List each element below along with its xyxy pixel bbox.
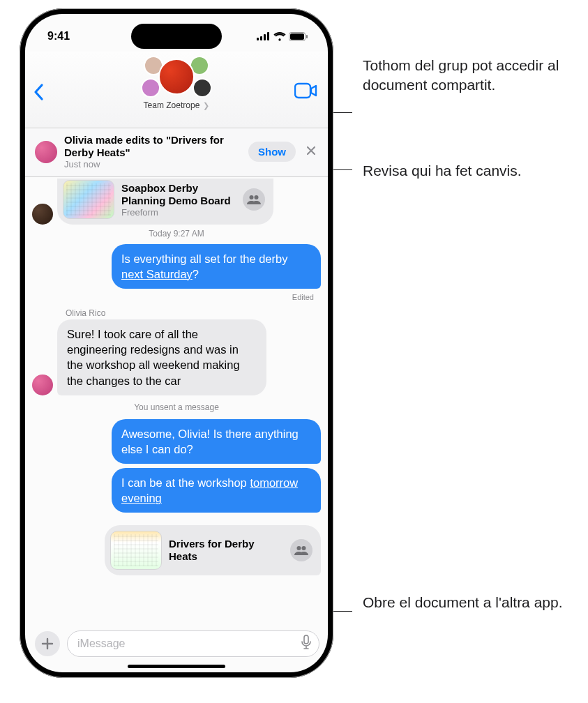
svg-point-10 <box>297 546 301 550</box>
show-changes-button[interactable]: Show <box>248 142 296 162</box>
svg-rect-12 <box>304 635 308 644</box>
chat-title-button[interactable]: Team Zoetrope ❯ <box>25 100 328 110</box>
received-message-bubble[interactable]: Sure! I took care of all the engineering… <box>57 319 266 395</box>
conversation-header: Team Zoetrope ❯ <box>25 52 328 128</box>
dynamic-island <box>131 24 222 49</box>
callout-open-document: Obre el document a l'altra app. <box>363 593 579 612</box>
svg-rect-5 <box>290 33 304 40</box>
sent-message-bubble[interactable]: Awesome, Olivia! Is there anything else … <box>112 419 321 464</box>
wifi-icon <box>273 32 286 41</box>
message-input[interactable]: iMessage <box>67 630 319 657</box>
callout-group-access: Tothom del grup pot accedir al document … <box>363 56 579 96</box>
sender-name-label: Olivia Rico <box>66 308 321 318</box>
edited-indicator: Edited <box>32 293 314 301</box>
editor-avatar <box>35 141 57 163</box>
freeform-thumbnail <box>63 180 114 219</box>
battery-icon <box>289 32 308 41</box>
dictation-button[interactable] <box>301 635 312 653</box>
member-avatar <box>141 78 160 98</box>
svg-rect-6 <box>306 35 308 38</box>
svg-point-8 <box>250 195 254 199</box>
group-avatar-cluster[interactable] <box>138 54 215 99</box>
day-timestamp: Today 9:27 AM <box>32 229 321 239</box>
svg-rect-7 <box>295 84 310 98</box>
unsent-notice: You unsent a message <box>32 402 321 412</box>
shared-freeform-card[interactable]: Soapbox Derby Planning Demo Board Freefo… <box>57 179 273 225</box>
card-title: Drivers for Derby Heats <box>169 538 283 563</box>
collaboration-banner: Olivia made edits to "Drivers for Derby … <box>25 128 328 177</box>
svg-point-11 <box>302 546 306 550</box>
home-indicator <box>128 665 225 668</box>
sent-message-bubble[interactable]: I can be at the workshop tomorrow evenin… <box>112 468 321 513</box>
collaborators-icon[interactable] <box>243 188 265 211</box>
collaborators-icon[interactable] <box>290 539 312 561</box>
svg-rect-3 <box>267 32 269 40</box>
banner-timestamp: Just now <box>64 159 241 169</box>
status-time: 9:41 <box>47 30 70 43</box>
callout-review-changes: Revisa qui ha fet canvis. <box>363 161 579 181</box>
message-placeholder: iMessage <box>77 637 301 650</box>
svg-rect-1 <box>260 36 262 40</box>
facetime-button[interactable] <box>294 82 318 102</box>
sender-avatar <box>32 204 53 225</box>
compose-bar: iMessage <box>25 625 328 663</box>
banner-title: Olivia made edits to "Drivers for Derby … <box>64 134 241 159</box>
card-source-app: Freeform <box>121 207 236 218</box>
sender-avatar <box>32 375 53 395</box>
iphone-frame: 9:41 <box>20 8 333 678</box>
cellular-icon <box>257 32 271 40</box>
conversation-scroll[interactable]: Soapbox Derby Planning Demo Board Freefo… <box>25 179 328 621</box>
group-main-avatar <box>158 59 195 95</box>
chevron-right-icon: ❯ <box>201 101 209 109</box>
date-link[interactable]: next Saturday <box>121 268 193 280</box>
shared-document-card[interactable]: Drivers for Derby Heats <box>105 525 321 575</box>
document-thumbnail <box>110 531 162 570</box>
svg-rect-0 <box>257 38 259 40</box>
svg-point-9 <box>255 195 259 199</box>
member-avatar <box>193 78 212 98</box>
card-title: Soapbox Derby Planning Demo Board <box>121 182 236 207</box>
dismiss-banner-button[interactable] <box>303 141 319 162</box>
svg-rect-2 <box>264 34 266 40</box>
chat-title-label: Team Zoetrope <box>144 100 200 110</box>
back-button[interactable] <box>32 82 45 105</box>
sent-message-bubble[interactable]: Is everything all set for the derby next… <box>112 244 321 289</box>
add-attachment-button[interactable] <box>35 631 60 656</box>
